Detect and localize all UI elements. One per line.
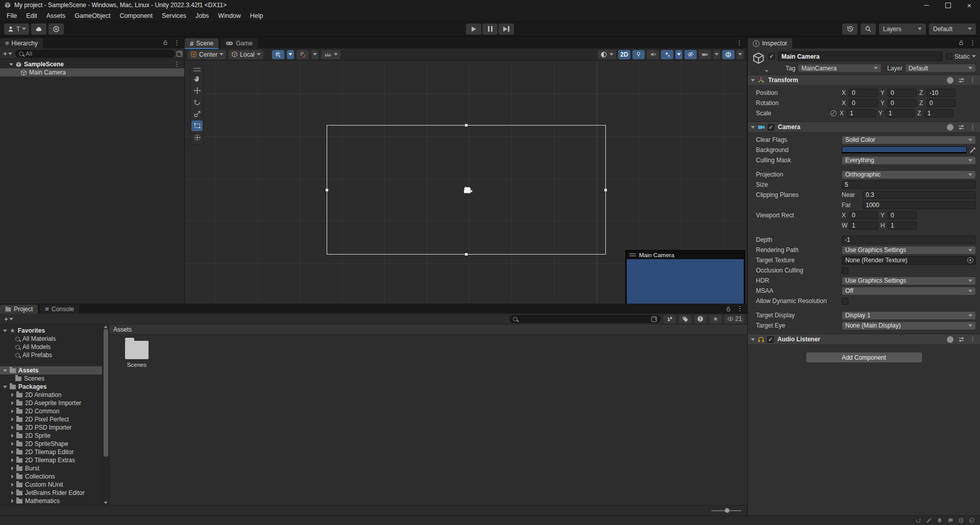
menu-services[interactable]: Services: [157, 10, 191, 21]
projection-dropdown[interactable]: Orthographic: [842, 170, 976, 179]
gameobject-enabled-checkbox[interactable]: [768, 53, 775, 60]
menu-file[interactable]: File: [2, 10, 21, 21]
gameobject-name-field[interactable]: Main Camera: [778, 52, 943, 61]
camera-preview-window[interactable]: Main Camera: [625, 250, 745, 304]
clear-flags-dropdown[interactable]: Solid Color: [842, 136, 976, 144]
layers-dropdown[interactable]: Layers: [879, 23, 926, 35]
static-checkbox[interactable]: [946, 53, 952, 60]
layout-dropdown[interactable]: Default: [929, 23, 976, 35]
rect-tool[interactable]: [191, 120, 203, 131]
tree-all-models[interactable]: All Models: [0, 343, 102, 351]
menu-jobs[interactable]: Jobs: [191, 10, 213, 21]
kebab-menu-icon[interactable]: [174, 61, 184, 68]
asset-grid[interactable]: Scenes: [109, 335, 747, 505]
foldout-closed-icon[interactable]: [11, 483, 14, 487]
status-message-icon[interactable]: [947, 517, 953, 523]
grid-snap-dropdown[interactable]: [287, 50, 294, 59]
status-check-icon[interactable]: [969, 517, 975, 523]
tab-project[interactable]: Project: [0, 305, 38, 314]
foldout-closed-icon[interactable]: [11, 409, 14, 413]
foldout-closed-icon[interactable]: [11, 442, 14, 446]
tab-scene[interactable]: Scene: [185, 38, 218, 48]
tab-hierarchy[interactable]: Hierarchy: [0, 38, 43, 48]
lock-icon[interactable]: [958, 39, 964, 46]
play-button[interactable]: [466, 23, 481, 35]
foldout-closed-icon[interactable]: [11, 458, 14, 462]
kebab-menu-icon[interactable]: [969, 77, 976, 84]
tab-game[interactable]: Game: [220, 38, 258, 48]
presets-icon[interactable]: [958, 336, 965, 343]
asset-folder-scenes[interactable]: Scenes: [118, 341, 155, 368]
snap-increment-dropdown[interactable]: [321, 50, 340, 59]
help-icon[interactable]: [947, 124, 953, 131]
gameobject-cube-icon[interactable]: [752, 52, 765, 72]
kebab-menu-icon[interactable]: [736, 39, 743, 46]
tool-strip-grip[interactable]: [193, 68, 201, 71]
msaa-dropdown[interactable]: Off: [842, 287, 976, 295]
hdr-dropdown[interactable]: Use Graphics Settings: [842, 277, 976, 285]
unimported-assets-button[interactable]: [694, 315, 706, 323]
foldout-closed-icon[interactable]: [11, 491, 14, 495]
undo-history-button[interactable]: [842, 23, 857, 35]
foldout-open-icon[interactable]: [9, 63, 13, 66]
layer-dropdown[interactable]: Default: [905, 64, 976, 72]
position-z-field[interactable]: -10: [926, 89, 955, 97]
presets-icon[interactable]: [958, 124, 965, 131]
hierarchy-search-input[interactable]: [26, 51, 171, 57]
culling-mask-dropdown[interactable]: Everything: [842, 156, 976, 165]
tree-package[interactable]: Custom NUnit: [0, 481, 102, 489]
status-brush-icon[interactable]: [926, 517, 932, 523]
tab-console[interactable]: Console: [40, 305, 79, 314]
lock-icon[interactable]: [725, 306, 731, 312]
audio-listener-enabled-checkbox[interactable]: [767, 336, 774, 343]
tree-package[interactable]: Mathematics: [0, 497, 102, 505]
create-object-button[interactable]: +: [2, 49, 13, 58]
foldout-closed-icon[interactable]: [11, 450, 14, 454]
size-field[interactable]: 5: [842, 181, 976, 189]
maximize-button[interactable]: [937, 0, 959, 10]
close-button[interactable]: [959, 0, 980, 10]
rotation-z-field[interactable]: 0: [926, 99, 955, 107]
tree-package[interactable]: 2D Pixel Perfect: [0, 415, 102, 423]
scroll-down-icon[interactable]: [104, 502, 107, 504]
scene-camera-dropdown[interactable]: [713, 50, 720, 59]
camera-preview-header[interactable]: Main Camera: [626, 251, 745, 259]
eyedropper-icon[interactable]: [969, 147, 976, 154]
object-picker-icon[interactable]: [967, 257, 973, 263]
hidden-packages-count[interactable]: 21: [725, 315, 744, 323]
hidden-objects-toggle[interactable]: [684, 50, 697, 59]
scene-effects-toggle[interactable]: [661, 50, 673, 59]
rendering-path-dropdown[interactable]: Use Graphics Settings: [842, 246, 976, 255]
grid-visibility-dropdown[interactable]: [311, 50, 318, 59]
account-button[interactable]: T: [4, 23, 29, 35]
foldout-closed-icon[interactable]: [11, 499, 14, 503]
scale-z-field[interactable]: 1: [924, 109, 953, 117]
tree-package[interactable]: Collections: [0, 472, 102, 481]
tab-inspector[interactable]: Inspector: [748, 38, 792, 48]
link-broken-icon[interactable]: [830, 110, 837, 116]
scene-camera-button[interactable]: [699, 50, 711, 59]
scene-lighting-toggle[interactable]: [632, 50, 645, 59]
menu-assets[interactable]: Assets: [42, 10, 70, 21]
scale-tool[interactable]: [191, 109, 203, 119]
gizmos-toggle[interactable]: [722, 50, 734, 59]
tree-package[interactable]: 2D PSD Importer: [0, 423, 102, 432]
2d-mode-toggle[interactable]: 2D: [618, 50, 630, 59]
hierarchy-row-scene[interactable]: SampleScene: [0, 60, 184, 68]
scrollbar-thumb[interactable]: [104, 329, 108, 457]
pause-button[interactable]: [482, 23, 498, 35]
kebab-menu-icon[interactable]: [969, 123, 976, 131]
status-bell-icon[interactable]: [937, 517, 943, 523]
viewport-x-field[interactable]: 0: [849, 211, 878, 219]
scale-y-field[interactable]: 1: [886, 109, 915, 117]
depth-field[interactable]: -1: [842, 236, 976, 244]
near-field[interactable]: 0.3: [863, 191, 976, 199]
shading-mode-dropdown[interactable]: [598, 50, 616, 59]
camera-gizmo-icon[interactable]: [462, 185, 473, 194]
kebab-menu-icon[interactable]: [969, 39, 976, 46]
foldout-open-icon[interactable]: [3, 369, 7, 372]
foldout-closed-icon[interactable]: [11, 426, 14, 430]
project-tree-scrollbar[interactable]: [102, 324, 109, 505]
status-activity-icon[interactable]: [915, 517, 921, 523]
tree-package[interactable]: JetBrains Rider Editor: [0, 489, 102, 497]
